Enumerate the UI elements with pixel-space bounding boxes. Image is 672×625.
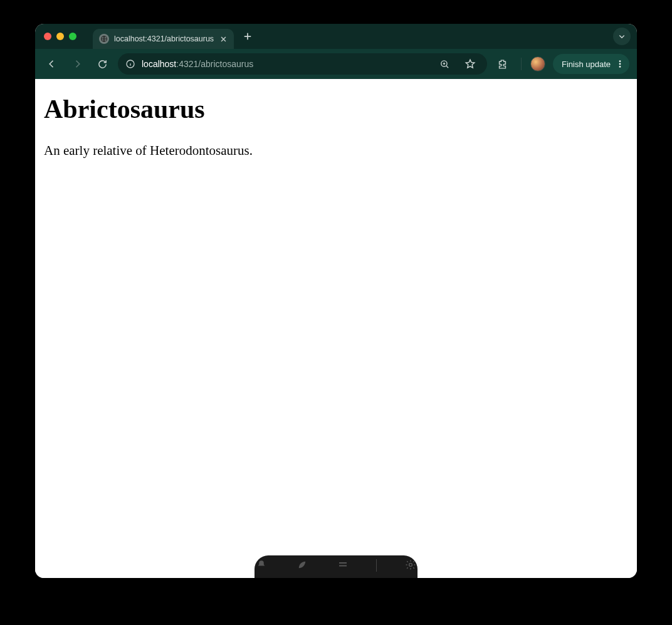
dev-toolbar-gear-icon[interactable] bbox=[403, 559, 417, 570]
forward-button[interactable] bbox=[68, 55, 87, 73]
dev-toolbar[interactable] bbox=[255, 555, 417, 578]
tab-title: localhost:4321/abrictosaurus bbox=[114, 34, 214, 43]
close-window-button[interactable] bbox=[44, 33, 51, 40]
svg-point-5 bbox=[619, 66, 621, 68]
dev-toolbar-divider bbox=[376, 559, 377, 572]
page-heading: Abrictosaurus bbox=[44, 94, 628, 124]
extensions-icon[interactable] bbox=[493, 55, 512, 73]
svg-point-3 bbox=[619, 60, 621, 62]
svg-point-4 bbox=[619, 63, 621, 65]
tab-search-dropdown[interactable] bbox=[613, 28, 631, 45]
site-info-icon[interactable] bbox=[125, 59, 135, 69]
zoom-icon[interactable] bbox=[436, 55, 454, 73]
globe-icon bbox=[99, 34, 109, 44]
kebab-menu-icon bbox=[616, 60, 624, 68]
browser-window: localhost:4321/abrictosaurus bbox=[35, 24, 637, 578]
dev-toolbar-lines-icon[interactable] bbox=[336, 559, 350, 570]
dev-toolbar-bell-icon[interactable] bbox=[255, 559, 269, 570]
finish-update-label: Finish update bbox=[562, 60, 611, 69]
reload-button[interactable] bbox=[93, 55, 112, 73]
browser-toolbar: localhost:4321/abrictosaurus bbox=[35, 49, 637, 79]
back-button[interactable] bbox=[43, 55, 61, 73]
minimize-window-button[interactable] bbox=[56, 33, 64, 40]
url-path: :4321/abrictosaurus bbox=[176, 59, 253, 69]
browser-tab[interactable]: localhost:4321/abrictosaurus bbox=[93, 29, 234, 49]
page-content: Abrictosaurus An early relative of Heter… bbox=[35, 79, 637, 578]
title-bar: localhost:4321/abrictosaurus bbox=[35, 24, 637, 49]
profile-avatar[interactable] bbox=[530, 56, 545, 71]
finish-update-button[interactable]: Finish update bbox=[553, 54, 629, 74]
close-tab-button[interactable] bbox=[219, 34, 228, 43]
new-tab-button[interactable] bbox=[239, 28, 256, 45]
maximize-window-button[interactable] bbox=[69, 33, 76, 40]
window-controls bbox=[44, 33, 76, 40]
bookmark-icon[interactable] bbox=[461, 55, 480, 73]
toolbar-divider bbox=[521, 58, 522, 70]
svg-point-6 bbox=[409, 564, 412, 567]
url-host: localhost bbox=[142, 59, 176, 69]
dev-toolbar-rocket-icon[interactable] bbox=[295, 559, 310, 570]
page-paragraph: An early relative of Heterodontosaurus. bbox=[44, 142, 628, 160]
url-text: localhost:4321/abrictosaurus bbox=[142, 59, 429, 69]
toolbar-right: Finish update bbox=[493, 54, 629, 74]
address-bar[interactable]: localhost:4321/abrictosaurus bbox=[118, 53, 487, 75]
